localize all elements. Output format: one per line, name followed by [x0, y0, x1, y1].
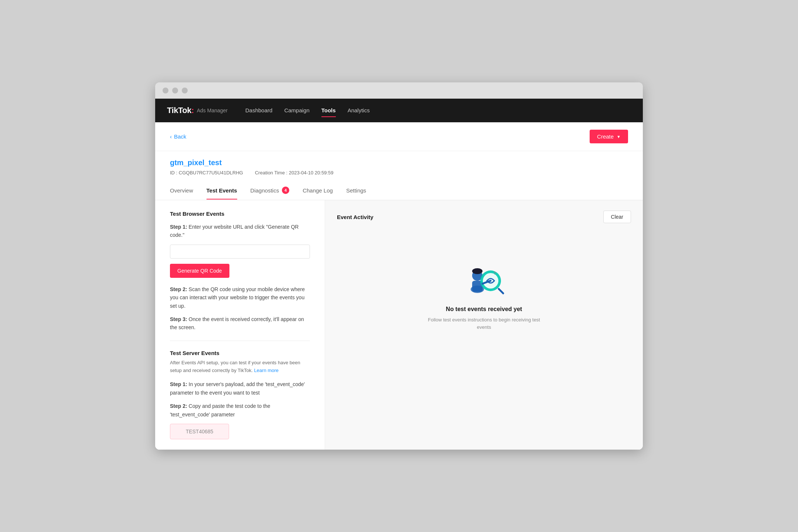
step3-label: Step 3:: [170, 316, 187, 322]
tab-change-log-label: Change Log: [303, 187, 333, 194]
pixel-info: gtm_pixel_test ID : CGQBU7RC77U5U41DLRHG…: [155, 151, 643, 175]
learn-more-link[interactable]: Learn more: [254, 368, 279, 373]
page-content: ‹ Back Create ▼ gtm_pixel_test ID : CGQB…: [155, 122, 643, 450]
tab-settings-label: Settings: [346, 187, 366, 194]
pixel-name[interactable]: gtm_pixel_test: [170, 158, 628, 167]
browser-dot-3: [182, 88, 188, 93]
browser-window: TikTok: Ads Manager Dashboard Campaign T…: [155, 82, 643, 450]
server-step1-text: Step 1: In your server's payload, add th…: [170, 380, 310, 397]
tabs-bar: Overview Test Events Diagnostics 4 Chang…: [155, 181, 643, 200]
diagnostics-badge: 4: [282, 187, 289, 194]
create-button[interactable]: Create ▼: [590, 130, 628, 143]
step2-desc: Scan the QR code using your mobile devic…: [170, 286, 305, 309]
back-link[interactable]: ‹ Back: [170, 133, 186, 140]
server-desc-before: After Events API setup, you can test if …: [170, 360, 300, 373]
svg-line-6: [499, 289, 503, 293]
generate-qr-button[interactable]: Generate QR Code: [170, 264, 229, 278]
nav-dashboard[interactable]: Dashboard: [245, 104, 272, 117]
tab-test-events[interactable]: Test Events: [207, 182, 237, 200]
tab-settings[interactable]: Settings: [346, 182, 366, 200]
empty-illustration: ?: [462, 254, 506, 299]
tab-change-log[interactable]: Change Log: [303, 182, 333, 200]
clear-label: Clear: [611, 214, 623, 220]
empty-state: ? No test events received yet Follow tes…: [337, 232, 631, 353]
logo-text: TikTok:: [167, 106, 194, 115]
server-description: After Events API setup, you can test if …: [170, 359, 310, 375]
create-label: Create: [597, 133, 614, 140]
nav-items: Dashboard Campaign Tools Analytics: [245, 104, 631, 117]
divider: [170, 341, 310, 341]
clear-button[interactable]: Clear: [603, 211, 631, 223]
url-input[interactable]: [170, 245, 310, 259]
nav-tools[interactable]: Tools: [321, 104, 336, 117]
main-content: Test Browser Events Step 1: Enter your w…: [155, 200, 643, 450]
step1-text: Step 1: Enter your website URL and click…: [170, 223, 310, 239]
top-bar: ‹ Back Create ▼: [155, 122, 643, 151]
nav-campaign[interactable]: Campaign: [284, 104, 309, 117]
browser-dot-1: [163, 88, 168, 93]
pixel-id: ID : CGQBU7RC77U5U41DLRHG: [170, 170, 243, 175]
nav-analytics[interactable]: Analytics: [348, 104, 370, 117]
logo-subtitle: Ads Manager: [197, 108, 228, 113]
browser-section-title: Test Browser Events: [170, 211, 310, 217]
step2-label: Step 2:: [170, 286, 187, 292]
back-label: Back: [174, 133, 186, 140]
svg-point-3: [472, 268, 482, 274]
server-step2-text: Step 2: Copy and paste the test code to …: [170, 402, 310, 419]
top-nav: TikTok: Ads Manager Dashboard Campaign T…: [155, 99, 643, 122]
server-step1-label: Step 1:: [170, 381, 187, 387]
right-panel-header: Event Activity Clear: [337, 211, 631, 223]
empty-state-title: No test events received yet: [446, 306, 522, 313]
server-section-title: Test Server Events: [170, 350, 310, 356]
tab-diagnostics-label: Diagnostics: [250, 187, 279, 194]
tab-overview[interactable]: Overview: [170, 182, 193, 200]
server-step1-desc: In your server's payload, add the 'test_…: [170, 381, 305, 395]
create-dropdown-icon: ▼: [617, 134, 621, 139]
step1-label: Step 1:: [170, 224, 187, 230]
tab-diagnostics[interactable]: Diagnostics 4: [250, 181, 290, 200]
empty-state-subtitle: Follow test events instructions to begin…: [425, 316, 543, 331]
tab-overview-label: Overview: [170, 187, 193, 194]
step2-text: Step 2: Scan the QR code using your mobi…: [170, 285, 310, 310]
event-activity-title: Event Activity: [337, 214, 374, 220]
pixel-creation-time: Creation Time : 2023-04-10 20:59:59: [255, 170, 333, 175]
step3-text: Step 3: Once the event is received corre…: [170, 315, 310, 332]
browser-chrome: [155, 82, 643, 99]
step1-desc: Enter your website URL and click "Genera…: [170, 224, 299, 238]
browser-dot-2: [172, 88, 178, 93]
tab-test-events-label: Test Events: [207, 187, 237, 194]
server-step2-label: Step 2:: [170, 403, 187, 409]
test-code-box: TEST40685: [170, 424, 229, 439]
step3-desc: Once the event is received correctly, it…: [170, 316, 304, 330]
back-chevron-icon: ‹: [170, 133, 172, 140]
svg-text:?: ?: [494, 271, 496, 275]
logo: TikTok: Ads Manager: [167, 106, 228, 115]
right-panel: Event Activity Clear: [325, 200, 643, 450]
pixel-meta: ID : CGQBU7RC77U5U41DLRHG Creation Time …: [170, 170, 628, 175]
left-panel: Test Browser Events Step 1: Enter your w…: [155, 200, 325, 450]
qr-btn-label: Generate QR Code: [177, 268, 222, 274]
